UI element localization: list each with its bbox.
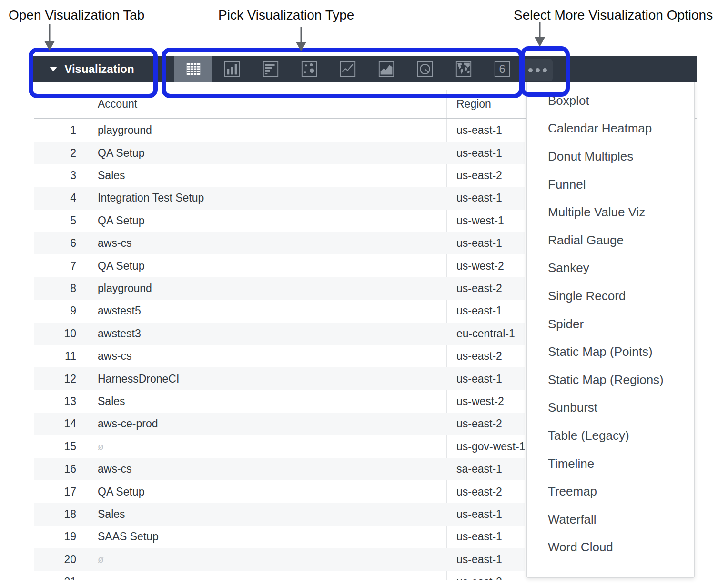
viz-type-bar-chart-button[interactable]: [212, 56, 251, 82]
more-visualization-options-button[interactable]: [522, 59, 553, 81]
region-cell: us-east-1: [456, 530, 525, 543]
viz-type-line-chart-button[interactable]: [328, 56, 367, 82]
account-cell: HarnessDroneCI: [98, 373, 179, 385]
menu-item-table-legacy[interactable]: Table (Legacy): [527, 422, 694, 450]
row-index: 12: [34, 373, 76, 385]
account-cell: ø: [98, 554, 104, 565]
row-index: 19: [34, 530, 76, 543]
region-cell: us-west-2: [456, 395, 525, 408]
visualization-type-icon-row: 6: [174, 56, 521, 82]
table-row: 4 Integration Test Setup us-east-1: [34, 187, 525, 209]
menu-item-boxplot[interactable]: Boxplot: [527, 87, 694, 115]
table-row: 17 QA Setup us-east-2: [34, 480, 525, 503]
annotation-pick-visualization-type: Pick Visualization Type: [218, 8, 354, 23]
account-cell: Sales: [98, 508, 125, 521]
viz-type-scatter-plot-button[interactable]: [290, 56, 328, 82]
menu-item-calendar-heatmap[interactable]: Calendar Heatmap: [527, 115, 694, 143]
viz-type-row-chart-button[interactable]: [251, 56, 290, 82]
region-cell: us-east-1: [456, 373, 525, 385]
area-chart-icon: [377, 60, 395, 78]
scatter-plot-icon: [300, 60, 318, 78]
row-index: 15: [34, 440, 76, 453]
table-row: 21 us-east-2: [34, 571, 525, 580]
menu-item-sankey[interactable]: Sankey: [527, 254, 694, 283]
account-cell: awstest3: [98, 327, 141, 340]
row-index: 10: [34, 327, 76, 340]
row-index: 6: [34, 237, 76, 250]
menu-item-treemap[interactable]: Treemap: [527, 477, 694, 506]
more-options-ellipsis-icon: [528, 68, 533, 72]
region-cell: us-east-2: [456, 486, 525, 498]
viz-type-map-button[interactable]: [444, 56, 483, 82]
region-cell: us-east-1: [456, 147, 525, 160]
region-cell: us-east-1: [456, 192, 525, 204]
account-cell: QA Setup: [98, 147, 144, 160]
menu-item-sunburst[interactable]: Sunburst: [527, 394, 694, 422]
table-icon: [184, 60, 202, 78]
table-row: 11 aws-cs us-east-2: [34, 345, 525, 367]
table-row: 19 SAAS Setup us-east-1: [34, 526, 525, 548]
menu-item-static-map-regions[interactable]: Static Map (Regions): [527, 366, 694, 394]
menu-item-static-map-points[interactable]: Static Map (Points): [527, 338, 694, 366]
row-index: 3: [34, 169, 76, 182]
menu-item-word-cloud[interactable]: Word Cloud: [527, 534, 694, 562]
account-cell: awstest5: [98, 304, 141, 317]
down-arrow: [44, 24, 55, 51]
account-cell: aws-cs: [98, 237, 132, 250]
region-cell: us-west-2: [456, 260, 525, 273]
caret-down-icon: [50, 67, 57, 71]
region-cell: us-east-1: [456, 508, 525, 521]
table-row: 14 aws-ce-prod us-east-2: [34, 413, 525, 435]
account-cell: QA Setup: [98, 486, 144, 498]
row-index: 20: [34, 553, 76, 566]
tab-visualization[interactable]: Visualization: [33, 56, 151, 82]
region-cell: us-east-2: [456, 417, 525, 430]
row-index: 16: [34, 463, 76, 476]
row-index: 1: [34, 124, 76, 137]
region-cell: us-east-1: [456, 124, 525, 137]
viz-type-pie-chart-button[interactable]: [405, 56, 444, 82]
region-cell: us-east-1: [456, 304, 525, 317]
menu-item-spider[interactable]: Spider: [527, 310, 694, 338]
region-cell: us-east-2: [456, 282, 525, 295]
region-cell: us-west-1: [456, 214, 525, 227]
column-header-region: Region: [456, 90, 491, 118]
table-row: 7 QA Setup us-west-2: [34, 254, 525, 277]
row-index: 11: [34, 350, 76, 363]
row-index: 13: [34, 395, 76, 408]
menu-item-waterfall[interactable]: Waterfall: [527, 506, 694, 534]
column-header-account: Account: [98, 90, 137, 118]
visualization-toolbar: Visualization: [33, 56, 697, 82]
region-cell: sa-east-1: [456, 463, 525, 476]
visualization-tab-label: Visualization: [64, 62, 134, 76]
table-row: 12 HarnessDroneCI us-east-1: [34, 367, 525, 390]
viz-type-table-button[interactable]: [174, 56, 212, 82]
account-cell: ø: [98, 441, 104, 452]
menu-item-timeline[interactable]: Timeline: [527, 450, 694, 478]
screenshot-root: Open Visualization Tab Pick Visualizatio…: [0, 0, 728, 587]
account-cell: playground: [98, 124, 152, 137]
viz-type-counter-button[interactable]: 6: [483, 56, 521, 82]
account-cell: QA Setup: [98, 214, 144, 227]
more-visualization-options-menu: BoxplotCalendar HeatmapDonut MultiplesFu…: [526, 82, 695, 578]
line-chart-icon: [339, 60, 357, 78]
menu-item-radial-gauge[interactable]: Radial Gauge: [527, 226, 694, 254]
row-index: 5: [34, 214, 76, 227]
row-index: 21: [34, 576, 76, 580]
table-row: 1 playground us-east-1: [34, 119, 525, 142]
menu-item-donut-multiples[interactable]: Donut Multiples: [527, 142, 694, 171]
table-row: 10 awstest3 eu-central-1: [34, 323, 525, 345]
table-row: 8 playground us-east-2: [34, 277, 525, 300]
menu-item-multiple-value-viz[interactable]: Multiple Value Viz: [527, 198, 694, 226]
row-chart-icon: [262, 60, 280, 78]
table-row: 6 aws-cs us-east-1: [34, 232, 525, 254]
menu-item-funnel[interactable]: Funnel: [527, 171, 694, 199]
row-index: 8: [34, 282, 76, 295]
menu-item-single-record[interactable]: Single Record: [527, 282, 694, 310]
account-cell: playground: [98, 282, 152, 295]
row-index: 4: [34, 192, 76, 204]
account-cell: SAAS Setup: [98, 530, 159, 543]
counter-icon: 6: [493, 60, 511, 78]
viz-type-area-chart-button[interactable]: [367, 56, 405, 82]
row-index: 14: [34, 417, 76, 430]
